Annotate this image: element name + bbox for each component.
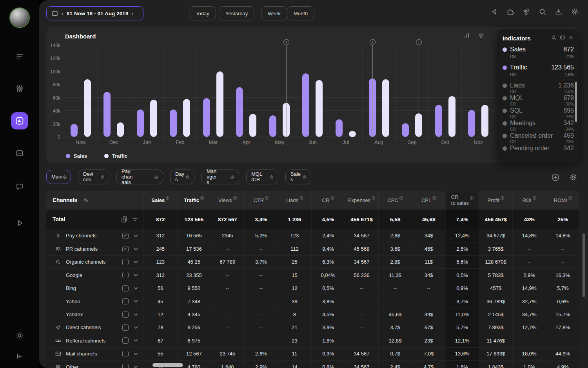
back-icon[interactable] (490, 7, 499, 16)
column-header-sales[interactable]: Sales? (143, 191, 177, 210)
month-button[interactable]: Month (287, 6, 314, 20)
column-info-icon[interactable]: ? (533, 196, 536, 200)
sidebar-item-dashboard-active[interactable] (11, 112, 28, 129)
column-header-cpl[interactable]: CPL? (412, 191, 445, 210)
row-checkbox[interactable] (122, 272, 129, 278)
table-row-organic-channels[interactable]: Organic channels12345 2567 7893,7%256,3%… (46, 255, 579, 268)
column-info-icon[interactable]: ? (200, 196, 204, 200)
column-header-cr[interactable]: CR? (311, 191, 345, 210)
search-icon[interactable] (538, 7, 547, 16)
collapse-sidebar-icon[interactable] (0, 348, 39, 365)
row-expand-chevron-icon[interactable] (134, 326, 138, 329)
vertical-scrollbar[interactable] (583, 233, 585, 297)
indicator-item-traffic[interactable]: Traffic123 565CR2,5% (503, 64, 574, 77)
column-info-icon[interactable]: ? (568, 196, 572, 200)
indicators-table-icon[interactable] (559, 35, 565, 42)
column-info-icon[interactable]: ? (470, 196, 474, 200)
column-header-cr-to-sales[interactable]: CR to sales? (445, 191, 479, 210)
filter-tab-day-s[interactable]: Day s (170, 169, 194, 184)
indicator-item-canceled-order[interactable]: Canceled order459CR23% (503, 132, 574, 144)
indicators-scrollbar[interactable] (575, 82, 577, 122)
legend-item-traffic[interactable]: Traffic (104, 153, 127, 159)
calendar-icon[interactable] (0, 144, 39, 162)
indicator-item-meetings[interactable]: Meetings342CR34% (503, 120, 574, 131)
yesterday-button[interactable]: Yestarday (219, 6, 254, 20)
date-range-picker[interactable]: ‹ 01 Now 18 - 01 Aug 2019 › (46, 6, 143, 20)
row-expand-chevron-icon[interactable] (134, 352, 138, 355)
column-header-profit[interactable]: Profit? (479, 191, 512, 210)
legend-item-sales[interactable]: Sales (66, 153, 87, 159)
row-checkbox[interactable] (122, 351, 129, 357)
column-info-icon[interactable]: ? (399, 196, 403, 200)
filter-tab-devi-ces[interactable]: Devi ces (78, 169, 109, 184)
channels-settings-gear-icon[interactable] (83, 197, 89, 203)
annotation-marker-icon[interactable]: ! (370, 39, 376, 45)
today-button[interactable]: Today (189, 6, 216, 20)
row-checkbox[interactable] (122, 324, 129, 331)
row-expand-chevron-icon[interactable] (134, 273, 138, 277)
column-info-icon[interactable]: ? (299, 196, 303, 200)
row-expand-chevron-icon[interactable] (134, 261, 138, 264)
tab-gear-icon[interactable] (154, 175, 159, 180)
tab-gear-icon[interactable] (100, 175, 105, 180)
date-prev-icon[interactable]: ‹ (62, 10, 64, 17)
filter-tab-pay-chan-aals[interactable]: Pay chan aals (116, 169, 163, 184)
settings-gear-icon[interactable] (570, 7, 579, 16)
indicators-search-icon[interactable] (551, 35, 557, 42)
table-row-other[interactable]: Other124 7801 6482,9%140,8%34 5672,4$4,7… (46, 360, 579, 368)
column-info-icon[interactable]: ? (166, 196, 169, 200)
table-row-yandex[interactable]: Yandex124 345----84,5%--45,6$39$11,0%2 1… (46, 308, 579, 321)
row-checkbox[interactable] (122, 259, 129, 265)
column-info-icon[interactable]: ? (501, 196, 504, 200)
filter-tab-main[interactable]: Main (46, 170, 71, 184)
download-icon[interactable] (554, 7, 563, 16)
table-row-mail-channels[interactable]: Mail channels5512 56723 7452,6%110,3%34 … (46, 347, 579, 360)
tab-gear-icon[interactable] (62, 175, 67, 180)
share-graph-icon[interactable] (522, 7, 531, 16)
chart-settings-gear-icon[interactable] (478, 32, 485, 40)
filter-tab-sale-s[interactable]: Sale s (285, 169, 311, 184)
extensions-icon[interactable] (506, 7, 515, 16)
filter-settings-gear-icon[interactable] (569, 173, 578, 184)
annotation-marker-icon[interactable]: ! (283, 39, 289, 45)
column-header-ctr[interactable]: CTR? (244, 191, 278, 210)
filter-tab-man-ager-s[interactable]: Man ager s (201, 169, 239, 184)
user-avatar[interactable] (9, 7, 30, 28)
table-row-pay-channels[interactable]: $Pay channels✓31216 56523455,2%1232,4%34… (46, 229, 579, 242)
row-checkbox[interactable] (122, 364, 129, 368)
table-row-direct-cahnnels[interactable]: Direct cahnnels789 256----213,9%--3,7$67… (46, 321, 579, 334)
table-row-refferal-cahnnels[interactable]: Refferal cahnnels676 975----231,8%--12,8… (46, 334, 579, 347)
table-row-pr-cahannels[interactable]: PR cahannels✓24517 536----1129,4%45 5683… (46, 242, 579, 255)
row-expand-chevron-icon[interactable] (134, 339, 138, 342)
brightness-icon[interactable] (0, 327, 39, 344)
row-expand-chevron-icon[interactable] (134, 287, 138, 290)
column-header-traffic[interactable]: Traffic? (177, 191, 211, 210)
column-header-views[interactable]: Views? (211, 191, 244, 210)
week-button[interactable]: Week (261, 6, 287, 20)
row-expand-chevron-icon[interactable] (134, 234, 138, 237)
chat-icon[interactable] (0, 178, 39, 195)
indicator-item-mql[interactable]: MQL678CR56% (503, 95, 574, 106)
date-next-icon[interactable]: › (131, 10, 133, 17)
row-expand-chevron-icon[interactable] (134, 300, 138, 303)
tab-gear-icon[interactable] (185, 175, 190, 180)
add-view-button[interactable] (551, 173, 560, 184)
row-checkbox[interactable]: ✓ (122, 246, 129, 252)
indicator-item-pending-order[interactable]: Pending order342 (503, 145, 574, 152)
filter-rows-icon[interactable] (132, 217, 138, 222)
column-header-romi[interactable]: ROMI? (546, 191, 579, 210)
filters-sliders-icon[interactable] (0, 80, 39, 97)
indicator-item-sql[interactable]: SQL695CR44% (503, 107, 574, 119)
copy-columns-icon[interactable]: 2 (121, 216, 127, 222)
menu-icon[interactable] (0, 47, 39, 65)
column-header-expenses[interactable]: Expenses? (345, 191, 378, 210)
play-icon[interactable] (0, 214, 39, 231)
row-expand-chevron-icon[interactable] (134, 365, 138, 368)
column-info-icon[interactable]: ? (432, 196, 436, 200)
filter-tab-mql-/cr[interactable]: MQL /CR (246, 169, 278, 184)
annotation-marker-icon[interactable]: ! (416, 39, 422, 45)
row-checkbox[interactable] (122, 337, 129, 344)
row-checkbox[interactable] (122, 312, 129, 318)
column-header-cpc[interactable]: CPC? (378, 191, 412, 210)
row-expand-chevron-icon[interactable] (134, 313, 138, 316)
